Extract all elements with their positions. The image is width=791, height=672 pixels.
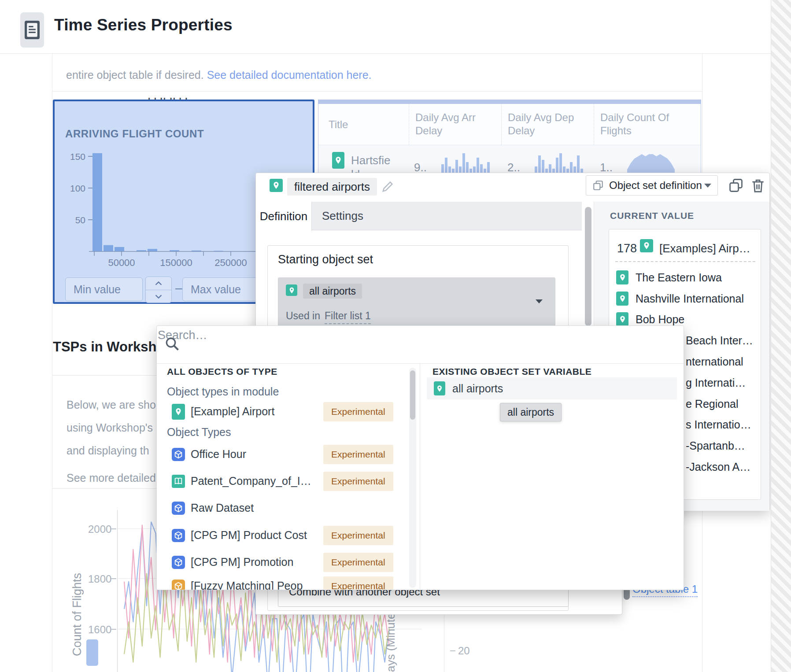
table-row[interactable]: Hartsfie ld 9.. 2.. 1.. [319,146,700,177]
column-header-arr-2: Delay [415,125,442,137]
edit-pencil-icon[interactable] [381,180,395,193]
y-tick-2000: 2000 [88,523,109,535]
y-tick-mark [111,629,116,630]
duplicate-icon[interactable] [728,177,744,194]
legend-swatch[interactable] [86,639,98,666]
column-header-dep-2: Delay [508,125,535,137]
object-type-item[interactable]: Patent_Company_of_I… [191,475,311,487]
svg-text:150000: 150000 [160,257,192,268]
used-in-note: Used inFilter list 1 [286,310,371,324]
column-separator [594,104,594,145]
current-value-item: e Regional [686,398,739,410]
object-set-definition-button[interactable]: Object set definition [586,175,718,196]
experimental-tag: Experimental [323,402,393,421]
workshop-app: entire object table if desired. See deta… [0,0,791,672]
column-header-dep-1[interactable]: Daily Avg Dep [508,111,574,124]
section-divider [52,91,702,92]
y-tick-1800: 1800 [88,573,109,585]
current-value-item: Bob Hope [636,313,684,326]
column-separator [501,104,502,145]
definition-icon [592,180,604,191]
select-caret-icon[interactable] [536,299,543,303]
object-type-item[interactable]: [CPG PM] Product Cost [191,529,307,542]
cube-icon [172,448,185,461]
object-type-item[interactable]: [Fuzzy Matching] Peop [191,580,303,590]
map-pin-icon [616,270,628,284]
object-type-item[interactable]: Raw Dataset [191,502,254,514]
right-tick-mark [450,650,455,651]
column-header-arr-1[interactable]: Daily Avg Arr [415,111,476,124]
object-type-item[interactable]: [Example] Airport [191,405,274,418]
current-value-item: Beach Inter… [686,334,753,347]
experimental-tag: Experimental [323,526,393,545]
section-heading-tsps: TSPs in Worksh [53,339,157,355]
y-tick-1600: 1600 [88,624,109,636]
map-pin-icon [434,381,445,395]
trash-icon[interactable] [750,177,766,194]
current-value-item: -Spartanb… [686,439,745,452]
stepper-down-icon[interactable] [146,290,171,303]
current-value-count: 178 [617,242,637,255]
document-icon [25,21,40,39]
cube-icon [172,580,185,590]
object-type-item[interactable]: Office Hour [191,448,246,461]
experimental-tag: Experimental [323,553,393,572]
used-in-target[interactable]: Filter list 1 [325,310,371,324]
tab-definition[interactable]: Definition [256,202,312,231]
object-set-search-dropdown: ALL OBJECTS OF TYPE EXISTING OBJECT SET … [156,325,684,590]
current-value-item: Nashville International [636,292,744,305]
intro-paragraph: entire object table if desired. See deta… [66,69,372,81]
object-type-item[interactable]: [CPG PM] Promotion [191,556,293,569]
min-value-input[interactable] [65,277,143,301]
tab-settings[interactable]: Settings [312,202,373,230]
description-line: and displaying th [67,444,149,457]
range-stepper[interactable] [145,277,172,303]
current-value-item: The Eastern Iowa [636,271,722,284]
cube-icon [172,502,185,515]
cube-icon [172,556,185,569]
current-value-item: nternational [686,355,743,368]
current-value-object-type: [Examples] Airp… [659,242,755,255]
experimental-tag: Experimental [323,445,393,464]
existing-variable-row[interactable]: all airports [427,377,677,399]
map-pin-icon [616,292,628,306]
variable-name-pill[interactable]: filtered airports [287,178,377,196]
hatched-edge [771,0,791,672]
map-pin-icon [332,152,344,169]
svg-text:250000: 250000 [214,257,247,268]
drag-tooltip: all airports [500,403,562,421]
svg-text:100: 100 [70,183,85,193]
row-title-line1: Hartsfie [351,154,391,167]
cube-icon [172,529,185,542]
map-pin-icon [172,404,185,420]
intro-text: entire object table if desired. [66,69,204,81]
column-header-count-2: Flights [600,125,632,137]
documentation-link[interactable]: See detailed documentation here. [207,69,372,81]
page-title: Time Series Properties [54,16,233,34]
stepper-up-icon[interactable] [146,277,171,290]
column-header-title[interactable]: Title [329,118,348,131]
table-accent-bar [318,100,701,104]
page-icon-tile [20,12,44,48]
column-header-count-1[interactable]: Daily Count Of [600,111,669,124]
modal-scrollbar-thumb[interactable] [585,207,591,326]
current-value-item: -Jackson A… [686,461,750,473]
svg-text:50000: 50000 [108,257,135,268]
description-line: using Workshop's [67,421,153,434]
experimental-tag: Experimental [323,576,393,590]
object-type-list: Object types in module[Example] AirportE… [157,326,684,590]
svg-text:150: 150 [70,151,85,162]
content-card-left-border [52,54,52,672]
selected-object-set-pill[interactable]: all airports [303,284,362,299]
range-dash: – [175,281,182,295]
dep-delay-sparkline [535,151,587,175]
chevron-down-icon [704,184,711,188]
header-underline [318,145,701,145]
right-tick-20: 20 [458,645,476,657]
existing-variable-label: all airports [452,382,503,395]
variable-type-icon [270,179,283,192]
flight-count-sparkline [627,150,676,175]
object-type-group-label: Object types in module [167,385,279,398]
current-value-item: s Internatio… [686,418,751,431]
experimental-tag: Experimental [323,472,393,491]
